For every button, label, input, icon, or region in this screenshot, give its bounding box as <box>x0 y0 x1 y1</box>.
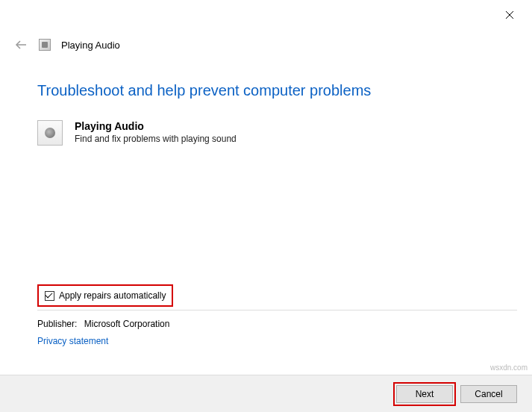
divider-line <box>37 310 517 310</box>
next-button[interactable]: Next <box>396 385 453 403</box>
window-title: Playing Audio <box>61 40 120 51</box>
content-area: Troubleshoot and help prevent computer p… <box>37 82 510 146</box>
apply-repairs-checkbox[interactable] <box>45 291 54 301</box>
publisher-row: Publisher: Microsoft Corporation <box>37 319 169 329</box>
troubleshooter-text: Playing Audio Find and fix problems with… <box>75 120 237 144</box>
watermark: wsxdn.com <box>490 363 528 372</box>
page-heading: Troubleshoot and help prevent computer p… <box>37 82 510 99</box>
troubleshooter-title: Playing Audio <box>75 120 237 132</box>
footer-bar: Next Cancel <box>0 375 532 412</box>
window-header: Playing Audio <box>13 37 120 52</box>
back-button[interactable] <box>13 37 28 52</box>
troubleshooter-description: Find and fix problems with playing sound <box>75 134 237 144</box>
publisher-label: Publisher: <box>37 319 77 329</box>
privacy-statement-link[interactable]: Privacy statement <box>37 336 108 346</box>
back-arrow-icon <box>14 38 28 52</box>
publisher-value: Microsoft Corporation <box>84 319 170 329</box>
troubleshooter-row: Playing Audio Find and fix problems with… <box>37 120 510 146</box>
audio-speaker-icon <box>37 120 63 146</box>
close-icon <box>505 10 514 19</box>
cancel-button[interactable]: Cancel <box>460 385 517 403</box>
troubleshooter-app-icon <box>39 39 51 51</box>
close-button[interactable] <box>502 7 517 22</box>
apply-repairs-checkbox-row: Apply repairs automatically <box>37 284 173 307</box>
apply-repairs-label: Apply repairs automatically <box>59 290 166 301</box>
